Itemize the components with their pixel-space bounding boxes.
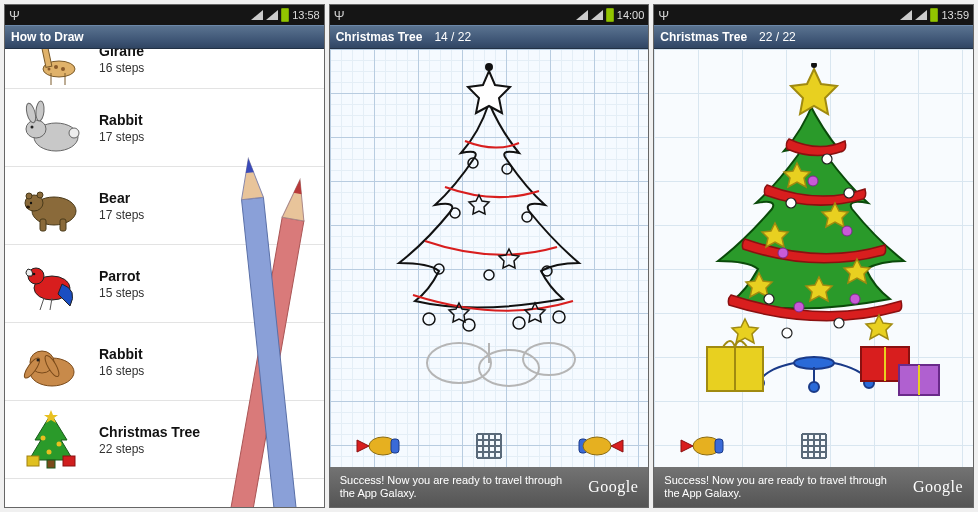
- svg-point-60: [513, 317, 525, 329]
- screen-step-14: Ψ 14:00 Christmas Tree 14 / 22: [329, 4, 650, 508]
- wifi-icon: [576, 10, 588, 20]
- screen-list: Ψ 13:58 How to Draw Giraffe 16 steps: [4, 4, 325, 508]
- title-bar: How to Draw: [5, 25, 324, 49]
- usb-icon: Ψ: [334, 8, 345, 23]
- item-steps: 17 steps: [99, 208, 144, 222]
- item-steps: 22 steps: [99, 442, 200, 456]
- svg-point-61: [486, 64, 492, 70]
- svg-point-58: [553, 311, 565, 323]
- svg-point-7: [48, 67, 51, 70]
- list-item[interactable]: Bear 17 steps: [5, 167, 324, 245]
- svg-point-51: [502, 164, 512, 174]
- battery-icon: [281, 8, 289, 22]
- step-counter: 14 / 22: [434, 30, 471, 44]
- grid-toggle[interactable]: [473, 430, 505, 462]
- item-steps: 16 steps: [99, 61, 144, 75]
- status-bar: Ψ 14:00: [330, 5, 649, 25]
- svg-point-46: [427, 343, 491, 383]
- list-item[interactable]: Rabbit 17 steps: [5, 89, 324, 167]
- svg-point-20: [30, 201, 32, 203]
- svg-point-21: [26, 205, 30, 208]
- svg-point-56: [484, 270, 494, 280]
- svg-rect-39: [63, 456, 75, 466]
- svg-point-92: [782, 328, 792, 338]
- screen-step-22: Ψ 13:59 Christmas Tree 22 / 22: [653, 4, 974, 508]
- svg-point-53: [522, 212, 532, 222]
- ad-text: Success! Now you are ready to travel thr…: [340, 474, 581, 500]
- thumb-rabbit-grey: [13, 95, 89, 161]
- wifi-icon: [251, 10, 263, 20]
- title-bar: Christmas Tree 14 / 22: [330, 25, 649, 49]
- thumb-tree: [13, 407, 89, 473]
- wifi-icon: [900, 10, 912, 20]
- list-item[interactable]: Rabbit 16 steps: [5, 323, 324, 401]
- svg-point-91: [834, 318, 844, 328]
- svg-point-9: [26, 120, 46, 138]
- svg-point-36: [57, 441, 62, 446]
- next-button[interactable]: [576, 429, 626, 463]
- svg-point-13: [31, 125, 34, 128]
- signal-icon: [591, 10, 603, 20]
- clock: 13:59: [941, 9, 969, 21]
- status-bar: Ψ 13:58: [5, 5, 324, 25]
- usb-icon: Ψ: [658, 8, 669, 23]
- ad-banner[interactable]: Success! Now you are ready to travel thr…: [330, 467, 649, 507]
- ad-logo: Google: [913, 478, 963, 496]
- step-nav: [654, 429, 973, 463]
- svg-rect-64: [391, 439, 399, 453]
- item-steps: 16 steps: [99, 364, 144, 378]
- svg-point-31: [37, 358, 40, 361]
- svg-rect-1: [40, 49, 52, 67]
- clock: 13:58: [292, 9, 320, 21]
- item-name: Parrot: [99, 268, 144, 284]
- signal-icon: [915, 10, 927, 20]
- list-item[interactable]: Parrot 15 steps: [5, 245, 324, 323]
- ad-banner[interactable]: Success! Now you are ready to travel thr…: [654, 467, 973, 507]
- svg-rect-102: [715, 439, 723, 453]
- thumb-bear: [13, 173, 89, 239]
- svg-point-5: [54, 65, 58, 69]
- tree-sketch: [359, 63, 619, 393]
- item-steps: 17 steps: [99, 130, 144, 144]
- title-bar: Christmas Tree 22 / 22: [654, 25, 973, 49]
- svg-point-17: [37, 192, 43, 198]
- svg-point-52: [450, 208, 460, 218]
- step-nav: [330, 429, 649, 463]
- svg-point-76: [583, 437, 611, 455]
- thumb-parrot: [13, 251, 89, 317]
- drawing-list[interactable]: Giraffe 16 steps Rabbit 17 steps Bear: [5, 49, 324, 507]
- svg-rect-38: [27, 456, 39, 466]
- item-name: Rabbit: [99, 112, 144, 128]
- svg-rect-33: [47, 460, 55, 468]
- svg-rect-18: [40, 219, 46, 231]
- battery-icon: [930, 8, 938, 22]
- item-name: Bear: [99, 190, 144, 206]
- list-item[interactable]: Giraffe 16 steps: [5, 49, 324, 89]
- battery-icon: [606, 8, 614, 22]
- list-item[interactable]: Christmas Tree 22 steps: [5, 401, 324, 479]
- item-name: Christmas Tree: [99, 424, 200, 440]
- item-name: Giraffe: [99, 49, 144, 59]
- app-title: How to Draw: [11, 30, 84, 44]
- svg-marker-101: [681, 440, 693, 452]
- svg-point-26: [33, 272, 36, 275]
- svg-point-81: [809, 382, 819, 392]
- grid-toggle[interactable]: [798, 430, 830, 462]
- svg-point-90: [764, 294, 774, 304]
- prev-button[interactable]: [352, 429, 402, 463]
- svg-point-16: [26, 193, 32, 199]
- svg-point-86: [850, 294, 860, 304]
- item-steps: 15 steps: [99, 286, 144, 300]
- svg-point-12: [69, 128, 79, 138]
- svg-marker-77: [611, 440, 623, 452]
- prev-button[interactable]: [676, 429, 726, 463]
- svg-point-84: [842, 226, 852, 236]
- svg-marker-63: [357, 440, 369, 452]
- tree-colored: [679, 63, 949, 413]
- signal-icon: [266, 10, 278, 20]
- svg-point-57: [423, 313, 435, 325]
- svg-point-82: [808, 176, 818, 186]
- svg-point-35: [41, 435, 46, 440]
- clock: 14:00: [617, 9, 645, 21]
- lesson-title: Christmas Tree: [660, 30, 747, 44]
